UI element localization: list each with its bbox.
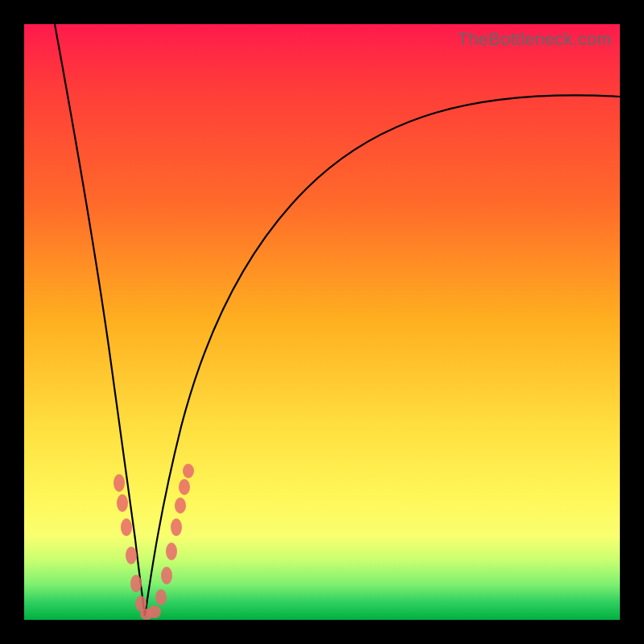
sample-point — [121, 518, 132, 536]
chart-frame: TheBottleneck.com — [0, 0, 644, 644]
sample-point — [175, 497, 186, 514]
sample-point — [117, 494, 128, 512]
curve-layer — [24, 24, 620, 620]
sample-point — [130, 575, 142, 592]
marker-group — [114, 464, 194, 620]
plot-area: TheBottleneck.com — [24, 24, 620, 620]
sample-point — [126, 547, 137, 564]
curve-right-branch — [145, 95, 620, 616]
sample-point — [179, 479, 190, 495]
sample-point — [183, 464, 194, 478]
sample-point — [166, 543, 177, 560]
sample-point — [114, 474, 125, 492]
sample-point — [171, 518, 182, 536]
sample-point — [161, 567, 172, 584]
sample-point — [155, 589, 167, 605]
sample-point — [148, 605, 161, 618]
